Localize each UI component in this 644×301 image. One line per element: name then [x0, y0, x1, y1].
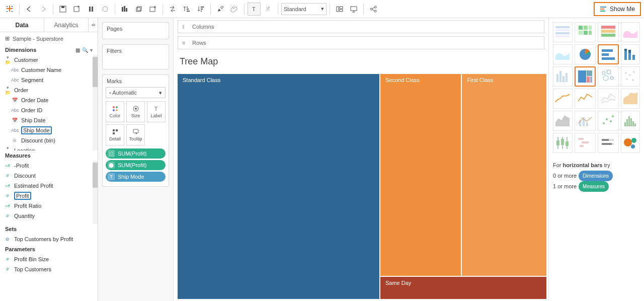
sm-text-table[interactable]: [553, 22, 573, 42]
svg-point-73: [625, 72, 627, 74]
grid-icon[interactable]: ▦: [75, 47, 80, 53]
fit-dropdown[interactable]: Standard▾: [281, 3, 327, 15]
sm-scatter[interactable]: [598, 111, 619, 131]
sm-highlight-table[interactable]: [598, 22, 619, 42]
sm-bullet[interactable]: [598, 133, 619, 153]
sort-desc-button[interactable]: [194, 3, 207, 16]
sm-packed-bubbles[interactable]: [621, 133, 640, 153]
dimensions-list: ▾ 📁Customer AbcCustomer Name AbcSegment …: [0, 55, 98, 150]
viz-title[interactable]: Tree Map: [178, 52, 544, 71]
showme-button[interactable]: Show Me: [594, 2, 641, 16]
field-customer-name[interactable]: AbcCustomer Name: [0, 65, 98, 75]
pill-size-sum-profit[interactable]: ⬤SUM(Profit): [106, 160, 166, 170]
search-icon[interactable]: 🔍: [82, 47, 88, 53]
pill-color-sum-profit[interactable]: ⬚SUM(Profit): [106, 148, 166, 159]
duplicate-button[interactable]: [132, 3, 145, 16]
new-worksheet-button[interactable]: [118, 3, 131, 16]
sm-boxplot[interactable]: [553, 133, 573, 153]
redo-button[interactable]: [37, 3, 50, 16]
text-tool-button[interactable]: T: [248, 3, 261, 16]
folder-location[interactable]: ▾ 🌐Location: [0, 145, 98, 150]
mark-type-dropdown[interactable]: ▫ Automatic▾: [106, 87, 166, 98]
marks-detail[interactable]: Detail: [106, 124, 124, 145]
field-ship-mode[interactable]: AbcShip Mode: [0, 125, 98, 135]
sm-area-disc[interactable]: [553, 111, 573, 131]
field-profit[interactable]: #Profit: [0, 191, 98, 201]
tm-same-day[interactable]: Same Day: [380, 277, 546, 299]
sm-area-cont[interactable]: [621, 89, 640, 109]
sm-circle-views[interactable]: [598, 66, 619, 87]
marks-color[interactable]: Color: [106, 101, 124, 122]
pill-label-ship-mode[interactable]: TShip Mode: [106, 172, 166, 182]
sm-dual-line[interactable]: [598, 89, 619, 109]
param-top-customers[interactable]: #Top Customers: [0, 264, 98, 274]
attach-button[interactable]: [228, 3, 241, 16]
refresh-button[interactable]: [99, 3, 112, 16]
clear-button[interactable]: [146, 3, 159, 16]
sm-line-disc[interactable]: [575, 89, 596, 109]
pause-button[interactable]: [85, 3, 98, 16]
sm-line-cont[interactable]: [553, 89, 573, 109]
field-discount-bin[interactable]: ılıDiscount (bin): [0, 135, 98, 145]
sm-horizontal-bar[interactable]: [598, 44, 619, 64]
sm-dual-combo[interactable]: [575, 111, 596, 131]
datasource-row[interactable]: ⊞ Sample - Superstore: [0, 32, 98, 45]
sort-asc-button[interactable]: [180, 3, 193, 16]
measures-scrollbar[interactable]: [93, 161, 98, 224]
field-ship-date[interactable]: 📅Ship Date: [0, 115, 98, 125]
pin-button[interactable]: [262, 3, 275, 16]
sm-treemap[interactable]: [575, 66, 596, 87]
svg-rect-5: [122, 7, 123, 12]
sm-gantt[interactable]: [575, 133, 596, 153]
tableau-logo-icon: [3, 3, 16, 16]
sm-heatmap[interactable]: [575, 22, 596, 42]
folder-customer[interactable]: ▾ 📁Customer: [0, 55, 98, 65]
sm-stacked-bar[interactable]: [621, 44, 640, 64]
tm-second-class[interactable]: Second Class: [380, 74, 461, 276]
sm-side-circles[interactable]: [621, 66, 640, 87]
field-order-date[interactable]: 📅Order Date: [0, 95, 98, 105]
tab-data[interactable]: Data: [0, 18, 44, 32]
columns-shelf[interactable]: ⫴Columns: [178, 20, 544, 33]
field-profit-ratio[interactable]: =#Profit Ratio: [0, 201, 98, 211]
marks-label[interactable]: TLabel: [147, 101, 166, 122]
dimensions-scrollbar[interactable]: [93, 55, 98, 150]
field-discount[interactable]: #Discount: [0, 171, 98, 181]
show-cards-button[interactable]: [333, 3, 346, 16]
tm-first-class[interactable]: First Class: [462, 74, 546, 276]
field-quantity[interactable]: #Quantity: [0, 211, 98, 221]
field-order-id[interactable]: AbcOrder ID: [0, 105, 98, 115]
sm-symbol-map[interactable]: [621, 22, 640, 42]
marks-size[interactable]: Size: [126, 101, 145, 122]
tab-analytics[interactable]: Analytics: [44, 18, 89, 32]
marks-tooltip[interactable]: Tooltip: [126, 124, 145, 145]
field-neg-profit[interactable]: =#-Profit: [0, 161, 98, 171]
highlight-button[interactable]: [214, 3, 227, 16]
sm-filled-map[interactable]: [553, 44, 573, 64]
field-sales[interactable]: #Sales: [0, 221, 98, 224]
swap-button[interactable]: [166, 3, 179, 16]
svg-rect-85: [624, 122, 626, 126]
filters-shelf[interactable]: Filters: [102, 44, 169, 69]
new-datasource-button[interactable]: [70, 3, 84, 16]
undo-button[interactable]: [23, 3, 36, 16]
param-profit-bin-size[interactable]: #Profit Bin Size: [0, 254, 98, 264]
svg-rect-7: [126, 8, 127, 12]
pages-shelf[interactable]: Pages: [102, 22, 169, 39]
presentation-button[interactable]: [347, 3, 360, 16]
sm-side-bar[interactable]: [553, 66, 573, 87]
tm-standard-class[interactable]: Standard Class: [178, 74, 379, 299]
field-top-customers-by-profit[interactable]: ⊘Top Customers by Profit: [0, 234, 98, 244]
share-button[interactable]: [367, 3, 380, 16]
treemap-viz[interactable]: Standard Class Second Class First Class …: [178, 74, 544, 299]
sm-pie[interactable]: [575, 44, 596, 64]
chevron-down-icon[interactable]: ▾: [90, 47, 93, 53]
pane-menu-icon[interactable]: ≑: [89, 18, 98, 32]
folder-order[interactable]: ▾ 📁Order: [0, 85, 98, 95]
sm-histogram[interactable]: [621, 111, 640, 131]
svg-point-29: [116, 106, 118, 108]
field-estimated-profit[interactable]: =#Estimated Profit: [0, 181, 98, 191]
rows-shelf[interactable]: ≡Rows: [178, 36, 544, 49]
save-button[interactable]: [56, 3, 69, 16]
field-segment[interactable]: AbcSegment: [0, 75, 98, 85]
